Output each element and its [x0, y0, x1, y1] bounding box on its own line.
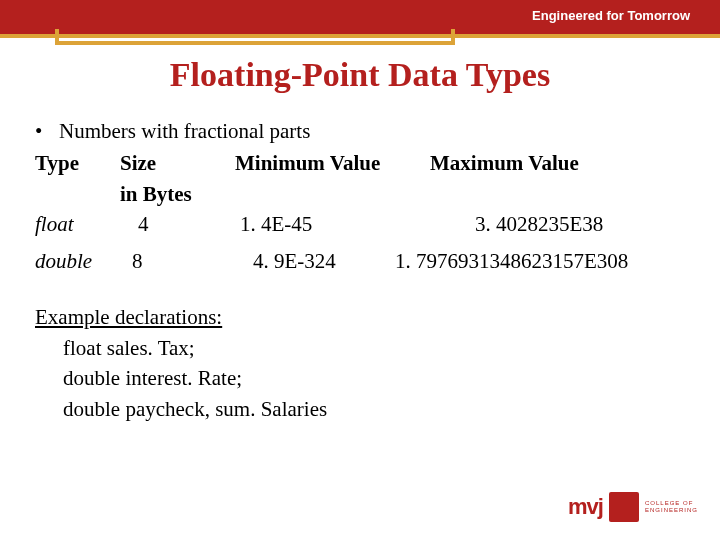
- col-size-header: Size: [120, 148, 235, 178]
- col-min-header: Minimum Value: [235, 148, 430, 178]
- logo-text: mvj: [568, 494, 603, 520]
- slide-title: Floating-Point Data Types: [35, 56, 685, 94]
- declaration-line: float sales. Tax;: [35, 333, 685, 363]
- type-max: 3. 4028235E38: [430, 209, 685, 239]
- table-row: double 8 4. 9E-324 1. 7976931348623157E3…: [35, 246, 685, 276]
- type-name: float: [35, 209, 120, 239]
- type-name: double: [35, 246, 120, 276]
- col-size-header-2: in Bytes: [120, 179, 235, 209]
- body-text: • Numbers with fractional parts Type Siz…: [35, 116, 685, 424]
- table-row: float 4 1. 4E-45 3. 4028235E38: [35, 209, 685, 239]
- example-heading: Example declarations:: [35, 302, 685, 332]
- col-max-header: Maximum Value: [430, 148, 685, 178]
- intro-bullet: • Numbers with fractional parts: [35, 116, 685, 146]
- type-size: 8: [120, 246, 235, 276]
- slide-content: Floating-Point Data Types • Numbers with…: [0, 38, 720, 424]
- type-max: 1. 7976931348623157E308: [395, 246, 685, 276]
- title-accent-border: [55, 29, 455, 45]
- type-size: 4: [120, 209, 235, 239]
- table-header-row: Type Size Minimum Value Maximum Value: [35, 148, 685, 178]
- tagline-text: Engineered for Tomorrow: [532, 8, 690, 23]
- table-header-row-2: in Bytes: [35, 179, 685, 209]
- type-min: 1. 4E-45: [235, 209, 430, 239]
- declaration-line: double interest. Rate;: [35, 363, 685, 393]
- intro-text: Numbers with fractional parts: [59, 116, 310, 146]
- col-type-header: Type: [35, 148, 120, 178]
- logo-icon: [609, 492, 639, 522]
- declaration-line: double paycheck, sum. Salaries: [35, 394, 685, 424]
- logo-sub-line: COLLEGE OF: [645, 500, 698, 507]
- footer-logo: mvj COLLEGE OF ENGINEERING: [568, 492, 698, 522]
- bullet-dot: •: [35, 116, 59, 146]
- logo-subtext: COLLEGE OF ENGINEERING: [645, 500, 698, 513]
- logo-sub-line: ENGINEERING: [645, 507, 698, 514]
